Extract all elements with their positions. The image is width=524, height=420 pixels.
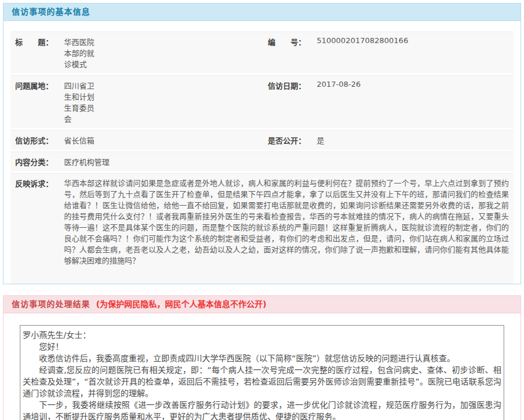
region-label: 问题属地： <box>15 80 64 91</box>
reply-letter-box: 罗小燕先生/女士： 您好！ 收悉信访件后，我委高度重视，立即责成四川大学华西医院… <box>20 325 504 420</box>
form-value: 省长信箱 <box>64 135 104 146</box>
basic-info-title: 信访事项的基本信息 <box>12 7 90 16</box>
handling-result-body: 罗小燕先生/女士： 您好！ 收悉信访件后，我委高度重视，立即责成四川大学华西医院… <box>3 313 521 420</box>
basic-info-body: 标 题： 华西医院本部的就诊模式 编 号： 510000201708280016… <box>3 21 521 284</box>
letter-paragraph: 下一步，我委将继续按照《进一步改善医疗服务行动计划》的要求，进一步优化门诊就诊流… <box>23 399 501 420</box>
table-row-appeal: 反映诉求： 华西本部这样就诊请问如果是急症或者是外地人就诊，病人和家属的利益与便… <box>10 173 514 284</box>
letter-salutation: 罗小燕先生/女士： <box>23 329 501 341</box>
number-value: 5100002017082800166 <box>317 36 509 45</box>
title-label: 标 题： <box>15 36 64 47</box>
table-row-form-public: 信访形式： 省长信箱 是否公开： 是 <box>10 130 514 150</box>
letter-paragraph: 收悉信访件后，我委高度重视，立即责成四川大学华西医院（以下简称“医院”）就您信访… <box>23 352 501 364</box>
public-label: 是否公开： <box>268 135 317 146</box>
category-value: 医疗机构管理 <box>64 156 509 167</box>
date-label: 信访日期： <box>268 80 317 91</box>
appeal-text: 华西本部这样就诊请问如果是急症或者是外地人就诊，病人和家属的利益与便利何在？提前… <box>64 178 509 266</box>
handling-result-panel: 信访事项的处理结果 (为保护网民隐私，网民个人基本信息不作公开) 罗小燕先生/女… <box>3 295 521 420</box>
date-value: 2017-08-26 <box>317 80 509 89</box>
basic-info-header: 信访事项的基本信息 <box>3 3 521 21</box>
petition-detail-page: 信访事项的基本信息 标 题： 华西医院本部的就诊模式 编 号： 51000020… <box>0 0 524 420</box>
form-label: 信访形式： <box>15 135 64 146</box>
category-label: 内容分类： <box>15 156 64 167</box>
handling-result-title: 信访事项的处理结果 <box>12 299 90 309</box>
title-value: 华西医院本部的就诊模式 <box>64 36 104 69</box>
privacy-note: (为保护网民隐私，网民个人基本信息不作公开) <box>96 299 267 309</box>
table-row-region-date: 问题属地： 四川省卫生和计划生育委员会 信访日期： 2017-08-26 <box>10 75 514 128</box>
handling-result-header: 信访事项的处理结果 (为保护网民隐私，网民个人基本信息不作公开) <box>3 296 521 313</box>
table-row-title-number: 标 题： 华西医院本部的就诊模式 编 号： 510000201708280016… <box>10 31 514 73</box>
table-row-category: 内容分类： 医疗机构管理 <box>10 151 514 171</box>
letter-paragraph: 您好！ <box>23 341 501 352</box>
letter-paragraph: 经调查,您反应的问题医院已有相关规定，即：“每个病人挂一次号完成一次完整的医疗过… <box>23 364 501 399</box>
basic-info-panel: 信访事项的基本信息 标 题： 华西医院本部的就诊模式 编 号： 51000020… <box>3 3 521 284</box>
basic-info-table: 标 题： 华西医院本部的就诊模式 编 号： 510000201708280016… <box>10 31 514 284</box>
region-value: 四川省卫生和计划生育委员会 <box>64 80 104 124</box>
number-label: 编 号： <box>268 36 317 47</box>
appeal-label: 反映诉求： <box>15 178 64 189</box>
public-value: 是 <box>317 135 509 146</box>
